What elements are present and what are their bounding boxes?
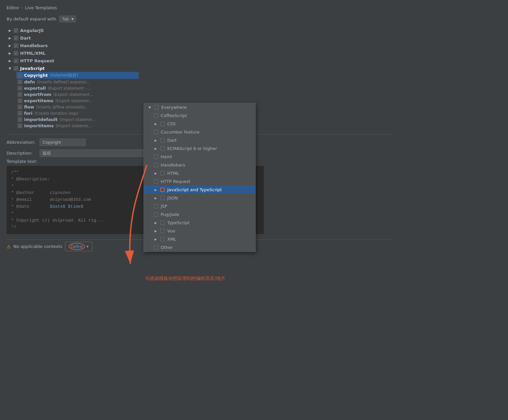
dropdown-checkbox-json[interactable] bbox=[160, 196, 165, 200]
checkbox-flow[interactable] bbox=[18, 105, 22, 109]
dropdown-checkbox-cucumber[interactable] bbox=[154, 130, 158, 134]
dropdown-expand-everywhere: ▼ bbox=[148, 106, 152, 109]
template-item-exportall[interactable]: exportall (Export statement –... bbox=[16, 85, 139, 91]
template-item-importitems[interactable]: importitems (Import stateme... bbox=[16, 123, 139, 129]
dropdown-handlebars[interactable]: Handlebars bbox=[144, 161, 255, 169]
dropdown-checkbox-httprequest[interactable] bbox=[154, 179, 158, 184]
template-item-fori[interactable]: fori (Create iteration loop) bbox=[16, 110, 139, 116]
template-desc-copyright: (dvlproad版权) bbox=[50, 73, 78, 78]
dropdown-jsp[interactable]: JSP bbox=[144, 202, 255, 210]
dropdown-checkbox-handlebars[interactable] bbox=[154, 163, 158, 167]
breadcrumb-editor: Editor bbox=[7, 5, 19, 10]
template-item-flow[interactable]: flow (Inserts @flow annotatio... bbox=[16, 104, 139, 110]
dropdown-css[interactable]: ▶ CSS bbox=[144, 120, 255, 128]
dropdown-checkbox-typescript[interactable] bbox=[160, 221, 165, 225]
template-item-defn[interactable]: defn (Inserts define() expressi... bbox=[16, 79, 139, 85]
group-angularjs: ▶ AngularJS bbox=[7, 27, 139, 34]
group-name-handlebars: Handlebars bbox=[20, 43, 48, 48]
dropdown-everywhere[interactable]: ▼ Everywhere bbox=[144, 103, 255, 111]
no-context-text: No applicable contexts bbox=[14, 244, 62, 249]
template-name-importdefault: importdefault bbox=[24, 117, 57, 122]
abbreviation-input[interactable] bbox=[40, 138, 86, 146]
checkbox-importitems[interactable] bbox=[18, 124, 22, 128]
template-desc-exportfrom: (Export statement... bbox=[53, 92, 93, 97]
dropdown-checkbox-other[interactable] bbox=[154, 245, 158, 250]
expand-select[interactable]: Tab bbox=[59, 15, 76, 22]
dropdown-checkbox-everywhere[interactable] bbox=[154, 105, 159, 109]
checkbox-dart[interactable] bbox=[14, 36, 18, 40]
dropdown-cucumber[interactable]: Cucumber feature bbox=[144, 128, 255, 136]
template-name-exportfrom: exportfrom bbox=[24, 92, 51, 97]
annotation-text: 勾选该模板你想应用到的编程语言/地方 bbox=[145, 276, 225, 282]
dropdown-json[interactable]: ▶ JSON bbox=[144, 194, 255, 202]
checkbox-exportitems[interactable] bbox=[18, 99, 22, 103]
checkbox-htmlxml[interactable] bbox=[14, 51, 18, 55]
context-dropdown: ▼ Everywhere CoffeeScript ▶ CSS Cucumber… bbox=[143, 103, 256, 252]
checkbox-javascript[interactable] bbox=[14, 66, 18, 71]
dropdown-httprequest[interactable]: HTTP Request bbox=[144, 177, 255, 186]
group-angularjs-header[interactable]: ▶ AngularJS bbox=[7, 27, 139, 34]
dropdown-coffeescript[interactable]: CoffeeScript bbox=[144, 111, 255, 120]
dropdown-haml[interactable]: Haml bbox=[144, 153, 255, 161]
dropdown-checkbox-css[interactable] bbox=[160, 122, 165, 126]
group-handlebars-header[interactable]: ▶ Handlebars bbox=[7, 42, 139, 49]
checkbox-fori[interactable] bbox=[18, 111, 22, 115]
expand-select-wrapper[interactable]: Tab bbox=[59, 15, 76, 22]
group-dart-header[interactable]: ▶ Dart bbox=[7, 35, 139, 42]
template-desc-importdefault: (Import stateme... bbox=[59, 117, 95, 122]
templates-list: ▶ AngularJS ▶ Dart ▶ Handlebars bbox=[7, 27, 139, 130]
template-item-exportfrom[interactable]: exportfrom (Export statement... bbox=[16, 91, 139, 98]
checkbox-importdefault[interactable] bbox=[18, 117, 22, 122]
dropdown-dart[interactable]: ▶ Dart bbox=[144, 136, 255, 144]
dropdown-checkbox-coffeescript[interactable] bbox=[154, 113, 158, 118]
template-name-fori: fori bbox=[24, 111, 32, 116]
dropdown-expand-json: ▶ bbox=[154, 196, 158, 200]
dropdown-checkbox-html[interactable] bbox=[160, 171, 165, 175]
define-button[interactable]: Define ▾ bbox=[65, 242, 92, 251]
checkbox-handlebars[interactable] bbox=[14, 44, 18, 48]
dropdown-pugjade[interactable]: Pug/Jade bbox=[144, 210, 255, 219]
checkbox-exportfrom[interactable] bbox=[18, 92, 22, 97]
dropdown-checkbox-dart[interactable] bbox=[160, 138, 165, 142]
template-desc-exportall: (Export statement –... bbox=[48, 86, 91, 91]
dropdown-checkbox-vue[interactable] bbox=[160, 229, 165, 233]
group-htmlxml-header[interactable]: ▶ HTML/XML bbox=[7, 50, 139, 57]
dropdown-xml[interactable]: ▶ XML bbox=[144, 235, 255, 243]
template-item-importdefault[interactable]: importdefault (Import stateme... bbox=[16, 116, 139, 123]
template-desc-exportitems: (Export statemer... bbox=[55, 99, 93, 103]
dropdown-expand-typescript: ▶ bbox=[154, 221, 158, 225]
dropdown-ecmascript[interactable]: ▶ ECMAScript 6 or higher bbox=[144, 144, 255, 153]
dropdown-label-haml: Haml bbox=[161, 154, 172, 159]
checkbox-defn[interactable] bbox=[18, 80, 22, 84]
group-httprequest-header[interactable]: ▶ HTTP Request bbox=[7, 57, 139, 64]
dropdown-checkbox-ecmascript[interactable] bbox=[160, 146, 165, 151]
dropdown-other[interactable]: Other bbox=[144, 243, 255, 252]
dropdown-html[interactable]: ▶ HTML bbox=[144, 169, 255, 177]
dropdown-label-everywhere: Everywhere bbox=[161, 105, 187, 110]
dropdown-typescript[interactable]: ▶ TypeScript bbox=[144, 219, 255, 227]
checkbox-httprequest[interactable] bbox=[14, 59, 18, 63]
checkbox-exportall[interactable] bbox=[18, 86, 22, 90]
template-name-importitems: importitems bbox=[24, 123, 54, 128]
abbreviation-label: Abbreviation: bbox=[7, 140, 36, 145]
dropdown-label-json: JSON bbox=[167, 195, 178, 200]
dropdown-jsandts[interactable]: ▶ JavaScript and TypeScript bbox=[144, 186, 255, 194]
group-javascript-header[interactable]: ▼ JavaScript bbox=[7, 65, 139, 72]
dropdown-checkbox-pugjade[interactable] bbox=[154, 212, 158, 217]
dropdown-checkbox-haml[interactable] bbox=[154, 155, 158, 159]
group-javascript: ▼ JavaScript Copyright (dvlproad版权) defn bbox=[7, 65, 139, 129]
dropdown-checkbox-xml[interactable] bbox=[160, 237, 165, 241]
dropdown-checkbox-jsandts[interactable] bbox=[160, 188, 165, 192]
dropdown-vue[interactable]: ▶ Vue bbox=[144, 227, 255, 235]
template-item-copyright[interactable]: Copyright (dvlproad版权) bbox=[16, 72, 139, 79]
group-htmlxml: ▶ HTML/XML bbox=[7, 50, 139, 57]
dropdown-label-html: HTML bbox=[167, 171, 179, 176]
checkbox-angularjs[interactable] bbox=[14, 28, 18, 33]
dropdown-expand-dart: ▶ bbox=[154, 139, 158, 142]
expand-with-label: By default expand with bbox=[7, 16, 56, 21]
dropdown-label-vue: Vue bbox=[167, 228, 175, 233]
checkbox-copyright[interactable] bbox=[18, 73, 22, 77]
template-item-exportitems[interactable]: exportitems (Export statemer... bbox=[16, 98, 139, 104]
dropdown-checkbox-jsp[interactable] bbox=[154, 204, 158, 208]
dropdown-label-httprequest: HTTP Request bbox=[161, 179, 190, 184]
